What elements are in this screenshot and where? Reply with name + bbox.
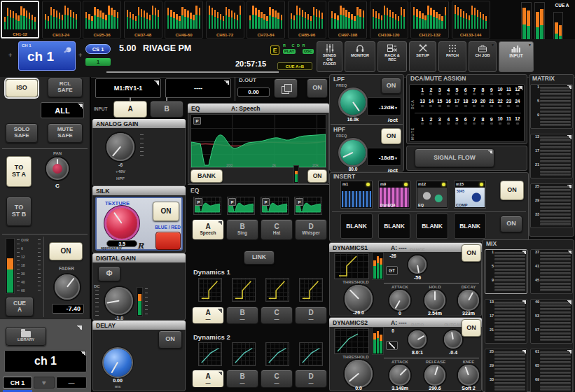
assign-cell[interactable]: 16 xyxy=(444,99,452,107)
assign-cell[interactable]: 8 xyxy=(478,88,487,95)
silk-blue-red-button[interactable] xyxy=(155,232,181,250)
analog-gain-knob[interactable] xyxy=(106,133,134,161)
assign-cell[interactable]: 4 xyxy=(444,117,452,125)
recall-safe-scope-display[interactable]: ALL xyxy=(41,102,84,118)
insert-blank-slot[interactable]: BLANK xyxy=(454,214,486,239)
eq-bank-b-button[interactable]: BSing xyxy=(226,219,258,240)
insert-1-on-button[interactable]: ON xyxy=(500,181,524,200)
assign-cell[interactable]: 6 xyxy=(462,88,470,95)
assign-cell[interactable]: 5 xyxy=(452,117,461,125)
insert-slot-m9[interactable]: m9 DynEQ4 xyxy=(378,181,410,209)
send-group[interactable]: 131721 xyxy=(485,299,527,344)
direct-out-level-display[interactable]: 0.00 xyxy=(237,88,270,97)
meter-block[interactable]: CH133-144 xyxy=(452,1,490,38)
assign-cell[interactable]: 13 xyxy=(418,99,427,107)
meter-block[interactable]: CH13-24 xyxy=(42,1,81,38)
eq-bank-a-button[interactable]: ASpeech xyxy=(192,219,224,240)
dynamics2-bank-b-button[interactable]: B— xyxy=(226,370,258,388)
eq-on-button[interactable]: ON xyxy=(307,169,327,183)
hpf-freq-knob[interactable] xyxy=(340,140,366,165)
assign-cell[interactable]: 15 xyxy=(436,99,444,107)
send-group[interactable]: 159 xyxy=(530,84,573,129)
input-a-button[interactable]: A xyxy=(113,101,147,118)
assign-cell[interactable]: 10 xyxy=(496,117,504,125)
dynamics1-bank-d-button[interactable]: D— xyxy=(295,307,327,324)
heart-icon[interactable]: ♥ xyxy=(34,377,55,388)
toolbar-setup-button[interactable]: SETUP xyxy=(409,41,436,72)
assign-cell[interactable]: 21 xyxy=(487,99,496,107)
dynamics2-on-button[interactable]: ON xyxy=(462,319,481,337)
assign-cell[interactable]: 24 xyxy=(513,99,522,107)
mute-safe-button[interactable]: MUTE SAFE xyxy=(48,123,83,143)
phase-button[interactable]: Φ xyxy=(98,266,120,281)
assign-cell[interactable]: 1 xyxy=(418,88,427,95)
link-button[interactable]: LINK xyxy=(244,251,275,265)
solo-safe-button[interactable]: SOLO SAFE xyxy=(6,123,38,143)
send-group[interactable]: 616569 xyxy=(530,349,573,392)
dynamics2-attack-knob[interactable] xyxy=(389,365,410,386)
channel-name-display[interactable]: ch 1 xyxy=(4,350,87,372)
recall-safe-button[interactable]: RCL SAFE xyxy=(48,78,83,97)
assign-cell[interactable]: 20 xyxy=(478,99,487,107)
meter-block[interactable]: CH49-60 xyxy=(165,1,203,38)
assign-cell[interactable]: 19 xyxy=(470,99,478,107)
meter-block[interactable]: CH85-96 xyxy=(288,1,326,38)
silk-texture-knob[interactable] xyxy=(106,208,137,239)
assign-cell[interactable]: 17 xyxy=(452,99,461,107)
channel-on-button[interactable]: ON xyxy=(49,242,83,260)
dynamics1-decay-knob[interactable] xyxy=(458,290,479,311)
assign-cell[interactable]: 2 xyxy=(427,117,435,125)
insert-2-on-button[interactable]: ON xyxy=(500,216,522,232)
selected-channel-box[interactable]: CH 1 ch 1 xyxy=(18,41,76,71)
hpf-slope-selector[interactable]: -18dB▼ /oct xyxy=(367,148,401,166)
dynamics2-outgain-knob[interactable] xyxy=(444,330,462,349)
insert-slot-m1[interactable]: m1 xyxy=(340,181,373,209)
dynamics1-hold-knob[interactable] xyxy=(424,290,445,311)
input-patch-b-display[interactable]: ---- xyxy=(165,78,231,98)
prev-channel-button[interactable]: + xyxy=(8,52,12,59)
dynamics2-bank-d-button[interactable]: D— xyxy=(295,370,327,388)
assign-cell[interactable]: 9 xyxy=(487,88,496,95)
assign-cell[interactable]: 12 xyxy=(513,117,522,125)
assign-cell[interactable]: 9 xyxy=(487,117,496,125)
assign-cell[interactable]: 3 xyxy=(436,88,444,95)
toolbar-input-button[interactable]: INPUT xyxy=(499,41,534,72)
dynamics1-threshold-knob[interactable] xyxy=(345,285,373,313)
toolbar-sends-on-fader-button[interactable]: SENDS ON FADER xyxy=(317,41,342,72)
assign-cell[interactable]: 10 xyxy=(496,88,504,95)
dynamics2-bank-c-button[interactable]: C— xyxy=(261,370,293,388)
assign-cell[interactable]: 12 xyxy=(513,88,522,95)
send-group[interactable]: 131721 xyxy=(530,134,573,178)
assign-cell[interactable]: 5 xyxy=(452,88,461,95)
send-group[interactable]: 495357 xyxy=(530,299,573,344)
assign-cell[interactable]: 22 xyxy=(496,99,504,107)
dynamics1-bank-c-button[interactable]: C— xyxy=(261,307,293,324)
delay-knob[interactable] xyxy=(104,349,132,377)
assign-cell[interactable]: 14 xyxy=(427,99,435,107)
to-st-a-button[interactable]: TO ST A xyxy=(6,156,32,187)
iso-button[interactable]: ISO xyxy=(6,79,38,97)
eq-graph[interactable]: P 200 2k 20k xyxy=(190,114,326,168)
fader-knob[interactable] xyxy=(55,274,80,300)
toolbar-ch-job-button[interactable]: CH JOB xyxy=(469,41,497,72)
delay-on-button[interactable]: ON xyxy=(158,330,182,349)
dynamics2-knee-knob[interactable] xyxy=(458,365,479,386)
assign-cell[interactable]: 23 xyxy=(504,99,513,107)
send-group[interactable]: 252933 xyxy=(485,349,527,392)
assign-cell[interactable]: 7 xyxy=(470,88,478,95)
eq-bank-button[interactable]: BANK xyxy=(190,169,223,183)
insert-slot-m12[interactable]: m12 EQ xyxy=(416,181,448,209)
dynamics1-attack-knob[interactable] xyxy=(389,290,410,311)
to-st-b-button[interactable]: TO ST B xyxy=(6,197,32,226)
assign-cell[interactable]: 11 xyxy=(504,117,513,125)
digital-gain-knob[interactable] xyxy=(105,287,133,315)
dynamics1-range-knob[interactable] xyxy=(408,255,427,274)
assign-cell[interactable]: 11 xyxy=(504,88,513,95)
library-button[interactable]: LIBRARY xyxy=(6,327,46,346)
toolbar-rack-rec-button[interactable]: RACK & REC xyxy=(377,41,407,72)
send-group[interactable]: 159 xyxy=(485,249,527,294)
insert-slot-m15[interactable]: m15 5045 COMP xyxy=(454,181,486,209)
signal-flow-button[interactable]: SIGNAL FLOW xyxy=(415,148,494,167)
eq-bank-d-button[interactable]: DWhisper xyxy=(295,219,327,240)
send-group[interactable]: 374145 xyxy=(530,249,573,294)
